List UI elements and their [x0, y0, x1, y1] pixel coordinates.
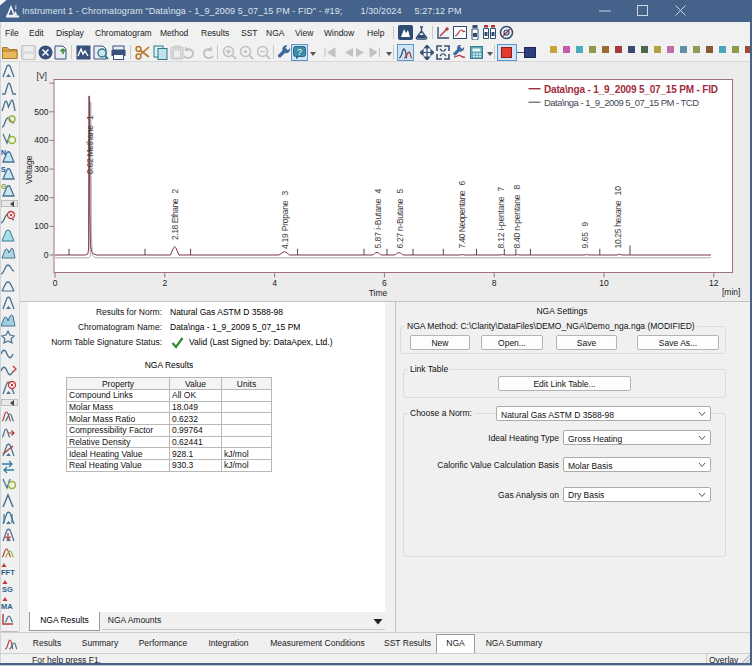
svg-text:G: G — [1, 183, 7, 190]
svg-text:4.19 Propane: 4.19 Propane — [280, 200, 290, 249]
svg-text:8.12 i-pentane: 8.12 i-pentane — [496, 196, 506, 248]
svg-text:10: 10 — [599, 278, 609, 288]
svg-text:2.18 Ethane: 2.18 Ethane — [170, 198, 180, 240]
svg-text:MA: MA — [1, 602, 13, 611]
svg-text:8.40 n-pentane: 8.40 n-pentane — [512, 194, 522, 248]
svg-text:6: 6 — [382, 278, 387, 288]
svg-text:2: 2 — [170, 189, 180, 194]
svg-text:7.40 Neopentane: 7.40 Neopentane — [457, 190, 467, 248]
svg-text:0.62 Methane: 0.62 Methane — [85, 125, 95, 174]
svg-text:6: 6 — [457, 181, 467, 186]
svg-text:10: 10 — [613, 186, 623, 196]
svg-text:Time: Time — [369, 288, 388, 298]
svg-text:7: 7 — [496, 187, 506, 192]
svg-text:6.27 n-Butane: 6.27 n-Butane — [395, 198, 405, 248]
svg-text:5.87 i-Butane: 5.87 i-Butane — [373, 198, 383, 248]
svg-text:100: 100 — [34, 221, 48, 231]
svg-text:0: 0 — [44, 250, 49, 260]
svg-text:Data\nga - 1_9_2009 5_07_15 PM: Data\nga - 1_9_2009 5_07_15 PM - TCD — [544, 97, 699, 108]
svg-text:500: 500 — [34, 107, 48, 117]
svg-text:5: 5 — [395, 189, 405, 194]
svg-text:[V]: [V] — [37, 71, 47, 81]
svg-text:3: 3 — [280, 191, 290, 196]
svg-text:8: 8 — [512, 185, 522, 190]
svg-text:12: 12 — [709, 278, 719, 288]
svg-text:S: S — [1, 166, 6, 173]
svg-text:10.25 hexane: 10.25 hexane — [613, 200, 623, 248]
svg-text:8: 8 — [492, 278, 497, 288]
svg-text:[min]: [min] — [722, 287, 740, 297]
svg-text:1: 1 — [85, 115, 95, 120]
svg-text:Voltage: Voltage — [24, 155, 34, 184]
svg-text:2: 2 — [162, 278, 167, 288]
svg-text:?: ? — [297, 47, 302, 57]
svg-text:400: 400 — [34, 135, 48, 145]
svg-text:FFT: FFT — [1, 568, 15, 577]
svg-text:4: 4 — [272, 278, 277, 288]
svg-text:9.65: 9.65 — [580, 232, 590, 249]
svg-text:N: N — [1, 149, 6, 156]
svg-text:SG: SG — [2, 585, 13, 594]
svg-text:4: 4 — [373, 189, 383, 194]
svg-text:Data\nga - 1_9_2009 5_07_15 PM: Data\nga - 1_9_2009 5_07_15 PM - FID — [544, 84, 718, 95]
svg-text:300: 300 — [34, 164, 48, 174]
svg-text:200: 200 — [34, 193, 48, 203]
svg-text:0: 0 — [53, 278, 58, 288]
svg-text:9: 9 — [580, 222, 590, 227]
